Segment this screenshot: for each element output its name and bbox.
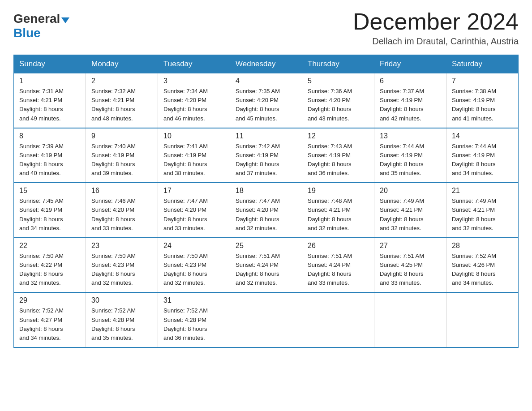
day-cell-21: 21Sunrise: 7:49 AM Sunset: 4:21 PM Dayli…	[446, 183, 519, 238]
day-cell-26: 26Sunrise: 7:51 AM Sunset: 4:24 PM Dayli…	[302, 238, 374, 293]
day-info: Sunrise: 7:50 AM Sunset: 4:23 PM Dayligh…	[91, 252, 153, 288]
weekday-header-tuesday: Tuesday	[158, 55, 230, 73]
day-cell-31: 31Sunrise: 7:52 AM Sunset: 4:28 PM Dayli…	[158, 292, 230, 347]
day-cell-9: 9Sunrise: 7:40 AM Sunset: 4:19 PM Daylig…	[86, 128, 158, 183]
day-number: 24	[163, 242, 225, 250]
weekday-header-saturday: Saturday	[446, 55, 519, 73]
day-cell-23: 23Sunrise: 7:50 AM Sunset: 4:23 PM Dayli…	[86, 238, 158, 293]
logo-arrow-icon	[61, 17, 69, 23]
day-info: Sunrise: 7:38 AM Sunset: 4:19 PM Dayligh…	[452, 87, 514, 123]
day-info: Sunrise: 7:48 AM Sunset: 4:21 PM Dayligh…	[308, 197, 369, 233]
day-cell-20: 20Sunrise: 7:49 AM Sunset: 4:21 PM Dayli…	[374, 183, 446, 238]
day-number: 10	[163, 132, 225, 140]
title-block: December 2024 Dellach im Drautal, Carint…	[353, 9, 519, 47]
weekday-header-sunday: Sunday	[14, 55, 86, 73]
empty-cell	[446, 292, 519, 347]
day-info: Sunrise: 7:44 AM Sunset: 4:19 PM Dayligh…	[380, 142, 442, 178]
day-number: 29	[19, 296, 81, 304]
day-info: Sunrise: 7:47 AM Sunset: 4:20 PM Dayligh…	[163, 197, 225, 233]
day-number: 18	[236, 187, 297, 195]
day-cell-13: 13Sunrise: 7:44 AM Sunset: 4:19 PM Dayli…	[374, 128, 446, 183]
day-number: 27	[380, 242, 442, 250]
day-cell-3: 3Sunrise: 7:34 AM Sunset: 4:20 PM Daylig…	[158, 73, 230, 128]
day-cell-12: 12Sunrise: 7:43 AM Sunset: 4:19 PM Dayli…	[302, 128, 374, 183]
empty-cell	[374, 292, 446, 347]
day-info: Sunrise: 7:41 AM Sunset: 4:19 PM Dayligh…	[163, 142, 225, 178]
empty-cell	[302, 292, 374, 347]
weekday-header-row: SundayMondayTuesdayWednesdayThursdayFrid…	[14, 55, 519, 73]
day-number: 26	[308, 242, 369, 250]
day-info: Sunrise: 7:47 AM Sunset: 4:20 PM Dayligh…	[236, 197, 297, 233]
day-number: 30	[91, 296, 153, 304]
day-number: 20	[380, 187, 442, 195]
day-info: Sunrise: 7:40 AM Sunset: 4:19 PM Dayligh…	[91, 142, 153, 178]
day-info: Sunrise: 7:50 AM Sunset: 4:23 PM Dayligh…	[163, 252, 225, 288]
day-info: Sunrise: 7:52 AM Sunset: 4:26 PM Dayligh…	[452, 252, 514, 288]
day-info: Sunrise: 7:34 AM Sunset: 4:20 PM Dayligh…	[163, 87, 225, 123]
day-info: Sunrise: 7:52 AM Sunset: 4:28 PM Dayligh…	[163, 306, 225, 342]
day-cell-4: 4Sunrise: 7:35 AM Sunset: 4:20 PM Daylig…	[230, 73, 302, 128]
day-number: 31	[163, 296, 225, 304]
day-cell-10: 10Sunrise: 7:41 AM Sunset: 4:19 PM Dayli…	[158, 128, 230, 183]
logo-general-text: General	[13, 12, 60, 26]
day-info: Sunrise: 7:45 AM Sunset: 4:19 PM Dayligh…	[19, 197, 81, 233]
week-row-5: 29Sunrise: 7:52 AM Sunset: 4:27 PM Dayli…	[14, 292, 519, 347]
day-number: 15	[19, 187, 81, 195]
subtitle: Dellach im Drautal, Carinthia, Austria	[353, 36, 519, 47]
logo-blue-text: Blue	[13, 26, 41, 40]
day-info: Sunrise: 7:36 AM Sunset: 4:20 PM Dayligh…	[308, 87, 369, 123]
day-info: Sunrise: 7:51 AM Sunset: 4:25 PM Dayligh…	[380, 252, 442, 288]
day-number: 7	[452, 77, 514, 85]
page-header: General Blue December 2024 Dellach im Dr…	[13, 9, 519, 47]
day-info: Sunrise: 7:49 AM Sunset: 4:21 PM Dayligh…	[452, 197, 514, 233]
week-row-1: 1Sunrise: 7:31 AM Sunset: 4:21 PM Daylig…	[14, 73, 519, 128]
week-row-2: 8Sunrise: 7:39 AM Sunset: 4:19 PM Daylig…	[14, 128, 519, 183]
day-cell-15: 15Sunrise: 7:45 AM Sunset: 4:19 PM Dayli…	[14, 183, 86, 238]
day-info: Sunrise: 7:32 AM Sunset: 4:21 PM Dayligh…	[91, 87, 153, 123]
day-number: 17	[163, 187, 225, 195]
day-number: 6	[380, 77, 442, 85]
day-cell-16: 16Sunrise: 7:46 AM Sunset: 4:20 PM Dayli…	[86, 183, 158, 238]
week-row-4: 22Sunrise: 7:50 AM Sunset: 4:22 PM Dayli…	[14, 238, 519, 293]
day-number: 14	[452, 132, 514, 140]
empty-cell	[230, 292, 302, 347]
day-info: Sunrise: 7:51 AM Sunset: 4:24 PM Dayligh…	[308, 252, 369, 288]
day-info: Sunrise: 7:42 AM Sunset: 4:19 PM Dayligh…	[236, 142, 297, 178]
day-cell-18: 18Sunrise: 7:47 AM Sunset: 4:20 PM Dayli…	[230, 183, 302, 238]
day-info: Sunrise: 7:35 AM Sunset: 4:20 PM Dayligh…	[236, 87, 297, 123]
day-number: 23	[91, 242, 153, 250]
day-info: Sunrise: 7:51 AM Sunset: 4:24 PM Dayligh…	[236, 252, 297, 288]
day-cell-17: 17Sunrise: 7:47 AM Sunset: 4:20 PM Dayli…	[158, 183, 230, 238]
weekday-header-friday: Friday	[374, 55, 446, 73]
day-number: 19	[308, 187, 369, 195]
day-number: 22	[19, 242, 81, 250]
day-cell-19: 19Sunrise: 7:48 AM Sunset: 4:21 PM Dayli…	[302, 183, 374, 238]
day-number: 8	[19, 132, 81, 140]
day-info: Sunrise: 7:52 AM Sunset: 4:27 PM Dayligh…	[19, 306, 81, 342]
day-cell-7: 7Sunrise: 7:38 AM Sunset: 4:19 PM Daylig…	[446, 73, 519, 128]
day-number: 4	[236, 77, 297, 85]
day-cell-8: 8Sunrise: 7:39 AM Sunset: 4:19 PM Daylig…	[14, 128, 86, 183]
day-cell-29: 29Sunrise: 7:52 AM Sunset: 4:27 PM Dayli…	[14, 292, 86, 347]
day-number: 1	[19, 77, 81, 85]
day-cell-11: 11Sunrise: 7:42 AM Sunset: 4:19 PM Dayli…	[230, 128, 302, 183]
day-cell-22: 22Sunrise: 7:50 AM Sunset: 4:22 PM Dayli…	[14, 238, 86, 293]
day-number: 9	[91, 132, 153, 140]
week-row-3: 15Sunrise: 7:45 AM Sunset: 4:19 PM Dayli…	[14, 183, 519, 238]
day-number: 13	[380, 132, 442, 140]
day-info: Sunrise: 7:37 AM Sunset: 4:19 PM Dayligh…	[380, 87, 442, 123]
day-cell-5: 5Sunrise: 7:36 AM Sunset: 4:20 PM Daylig…	[302, 73, 374, 128]
day-cell-2: 2Sunrise: 7:32 AM Sunset: 4:21 PM Daylig…	[86, 73, 158, 128]
day-number: 11	[236, 132, 297, 140]
day-cell-27: 27Sunrise: 7:51 AM Sunset: 4:25 PM Dayli…	[374, 238, 446, 293]
day-info: Sunrise: 7:31 AM Sunset: 4:21 PM Dayligh…	[19, 87, 81, 123]
day-info: Sunrise: 7:52 AM Sunset: 4:28 PM Dayligh…	[91, 306, 153, 342]
day-info: Sunrise: 7:49 AM Sunset: 4:21 PM Dayligh…	[380, 197, 442, 233]
day-cell-6: 6Sunrise: 7:37 AM Sunset: 4:19 PM Daylig…	[374, 73, 446, 128]
day-info: Sunrise: 7:44 AM Sunset: 4:19 PM Dayligh…	[452, 142, 514, 178]
calendar-table: SundayMondayTuesdayWednesdayThursdayFrid…	[13, 55, 519, 348]
day-cell-28: 28Sunrise: 7:52 AM Sunset: 4:26 PM Dayli…	[446, 238, 519, 293]
day-cell-30: 30Sunrise: 7:52 AM Sunset: 4:28 PM Dayli…	[86, 292, 158, 347]
day-number: 25	[236, 242, 297, 250]
day-cell-25: 25Sunrise: 7:51 AM Sunset: 4:24 PM Dayli…	[230, 238, 302, 293]
